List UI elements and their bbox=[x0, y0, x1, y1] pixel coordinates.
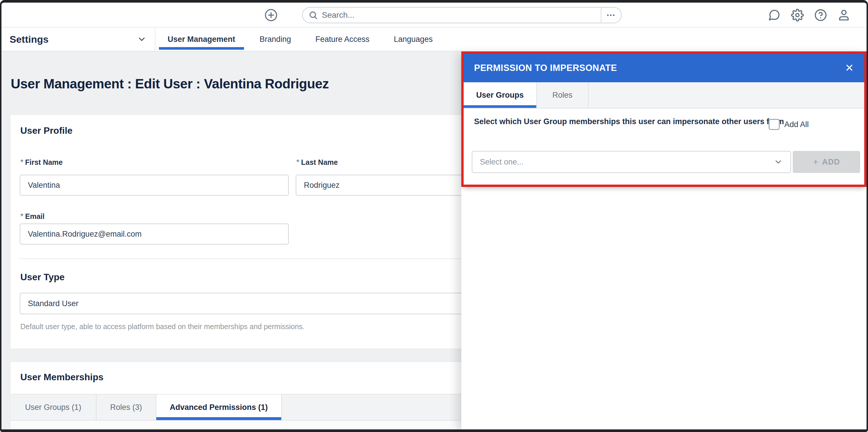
help-icon[interactable] bbox=[814, 9, 827, 22]
user-type-heading: User Type bbox=[20, 272, 64, 283]
user-icon[interactable] bbox=[837, 9, 850, 22]
tab-user-groups[interactable]: User Groups (1) bbox=[10, 395, 96, 420]
group-select[interactable]: Select one... bbox=[472, 151, 791, 173]
user-type-helper: Default user type, able to access platfo… bbox=[20, 322, 304, 331]
group-select-row: Select one... + ADD bbox=[472, 151, 860, 173]
search-icon bbox=[309, 10, 318, 20]
impersonate-panel-tabs: User Groups Roles bbox=[464, 82, 864, 109]
add-button[interactable]: + ADD bbox=[793, 151, 860, 173]
plus-circle-icon[interactable] bbox=[265, 8, 278, 22]
active-tab-underline bbox=[159, 47, 244, 50]
topbar: ••• bbox=[1, 3, 867, 27]
group-select-placeholder: Select one... bbox=[480, 157, 524, 167]
plus-icon: + bbox=[813, 157, 818, 168]
chevron-down-icon bbox=[774, 157, 783, 167]
user-type-value: Standard User bbox=[28, 299, 79, 308]
user-memberships-heading: User Memberships bbox=[20, 372, 103, 382]
last-name-label: *Last Name bbox=[296, 158, 338, 167]
close-icon[interactable]: ✕ bbox=[845, 63, 854, 73]
first-name-label: *First Name bbox=[20, 158, 63, 167]
app-window: ••• Settings User bbox=[0, 0, 868, 432]
settings-tabs: User Management Branding Feature Access … bbox=[155, 28, 445, 51]
add-all-checkbox[interactable] bbox=[769, 119, 780, 130]
tab-advanced-permissions[interactable]: Advanced Permissions (1) bbox=[156, 395, 282, 420]
active-tab-underline bbox=[156, 417, 281, 420]
required-marker: * bbox=[296, 158, 300, 167]
panel-tab-user-groups[interactable]: User Groups bbox=[464, 82, 537, 108]
search-input[interactable] bbox=[322, 10, 601, 20]
add-all-control: Add All bbox=[769, 119, 809, 130]
gear-icon[interactable] bbox=[791, 9, 804, 22]
search-more-button[interactable]: ••• bbox=[601, 7, 621, 23]
page-title: User Management : Edit User : Valentina … bbox=[11, 76, 329, 92]
search-bar[interactable]: ••• bbox=[302, 7, 622, 23]
tab-branding[interactable]: Branding bbox=[248, 28, 303, 51]
highlight-red-box: PERMISSION TO IMPERSONATE ✕ User Groups … bbox=[461, 52, 867, 187]
main-content: User Management : Edit User : Valentina … bbox=[1, 52, 867, 429]
add-button-label: ADD bbox=[822, 157, 840, 167]
panel-tab-roles[interactable]: Roles bbox=[537, 82, 589, 108]
required-marker: * bbox=[20, 158, 24, 167]
tab-user-management[interactable]: User Management bbox=[155, 28, 248, 51]
impersonate-panel: PERMISSION TO IMPERSONATE ✕ User Groups … bbox=[461, 52, 867, 429]
first-name-field[interactable] bbox=[20, 175, 289, 196]
tab-languages[interactable]: Languages bbox=[382, 28, 445, 51]
email-label: *Email bbox=[20, 212, 44, 221]
tab-feature-access[interactable]: Feature Access bbox=[303, 28, 382, 51]
chevron-down-icon bbox=[137, 34, 147, 44]
tab-roles[interactable]: Roles (3) bbox=[96, 395, 156, 420]
user-profile-heading: User Profile bbox=[20, 125, 73, 136]
impersonate-panel-title: PERMISSION TO IMPERSONATE bbox=[474, 63, 617, 73]
impersonate-panel-header: PERMISSION TO IMPERSONATE ✕ bbox=[464, 54, 864, 82]
settings-nav-row: Settings User Management Branding Featur… bbox=[1, 27, 867, 52]
impersonate-instruction: Select which User Group memberships this… bbox=[474, 115, 794, 128]
ellipsis-icon: ••• bbox=[607, 12, 616, 19]
settings-dropdown-label: Settings bbox=[9, 34, 49, 45]
impersonate-panel-body: Select which User Group memberships this… bbox=[464, 109, 864, 184]
required-marker: * bbox=[20, 212, 24, 221]
settings-dropdown[interactable]: Settings bbox=[1, 28, 155, 51]
chat-icon[interactable] bbox=[768, 9, 781, 22]
add-all-label: Add All bbox=[784, 120, 809, 129]
email-field[interactable] bbox=[20, 224, 289, 244]
active-tab-underline bbox=[464, 105, 536, 108]
